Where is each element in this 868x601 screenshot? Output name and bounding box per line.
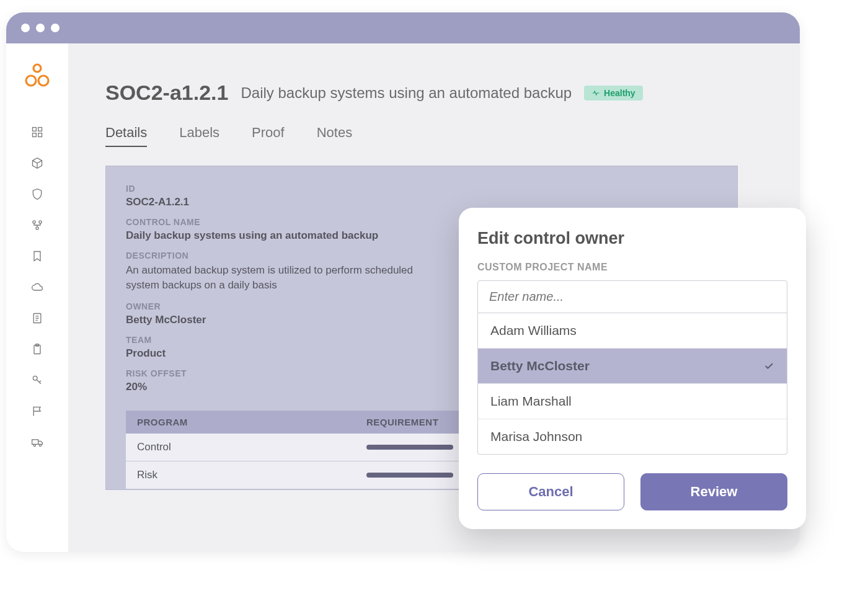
svg-point-0 xyxy=(33,65,41,72)
review-button[interactable]: Review xyxy=(640,473,787,510)
value-description: An automated backup system is utilized t… xyxy=(126,263,436,293)
svg-point-1 xyxy=(26,76,36,86)
svg-rect-6 xyxy=(38,133,42,137)
branch-icon[interactable] xyxy=(30,218,44,232)
svg-point-15 xyxy=(33,444,35,446)
svg-rect-4 xyxy=(38,128,42,131)
window-titlebar xyxy=(6,12,800,43)
package-icon[interactable] xyxy=(30,156,44,170)
td-program: Risk xyxy=(137,469,366,481)
status-text: Healthy xyxy=(604,88,636,98)
cancel-button[interactable]: Cancel xyxy=(477,473,624,510)
status-badge: Healthy xyxy=(584,86,643,100)
owner-option[interactable]: Marisa Johnson xyxy=(478,419,787,454)
window-dot[interactable] xyxy=(51,24,60,32)
option-label: Adam Williams xyxy=(490,323,577,338)
svg-point-9 xyxy=(36,227,38,229)
svg-point-2 xyxy=(38,76,48,86)
option-label: Marisa Johnson xyxy=(490,429,582,444)
flag-icon[interactable] xyxy=(30,404,44,418)
td-program: Control xyxy=(137,441,366,453)
tab-details[interactable]: Details xyxy=(105,125,147,147)
document-icon[interactable] xyxy=(30,311,44,325)
option-label: Betty McCloster xyxy=(490,358,590,373)
modal-title: Edit control owner xyxy=(477,229,787,248)
svg-point-16 xyxy=(39,444,41,446)
key-icon[interactable] xyxy=(30,373,44,387)
shield-icon[interactable] xyxy=(30,187,44,201)
svg-point-7 xyxy=(33,221,35,223)
bookmark-icon[interactable] xyxy=(30,249,44,263)
tab-labels[interactable]: Labels xyxy=(179,125,219,147)
tab-proof[interactable]: Proof xyxy=(252,125,285,147)
th-program: PROGRAM xyxy=(137,417,366,427)
owner-name-input[interactable] xyxy=(477,280,787,313)
app-logo-icon xyxy=(24,62,51,89)
svg-rect-14 xyxy=(32,440,38,445)
owner-option[interactable]: Adam Williams xyxy=(478,313,787,348)
owner-option[interactable]: Liam Marshall xyxy=(478,383,787,419)
tab-notes[interactable]: Notes xyxy=(317,125,352,147)
requirement-bar xyxy=(366,445,453,450)
clipboard-icon[interactable] xyxy=(30,342,44,356)
window-dot[interactable] xyxy=(36,24,45,32)
check-icon xyxy=(763,360,774,372)
tabs: Details Labels Proof Notes xyxy=(105,125,775,147)
sidebar xyxy=(6,43,68,552)
svg-rect-3 xyxy=(33,128,37,131)
label-id: ID xyxy=(126,184,717,194)
edit-owner-modal: Edit control owner CUSTOM PROJECT NAME A… xyxy=(459,208,806,529)
owner-options-list: Adam Williams Betty McCloster Liam Marsh… xyxy=(477,313,787,455)
owner-option[interactable]: Betty McCloster xyxy=(478,348,787,383)
option-label: Liam Marshall xyxy=(490,394,572,409)
control-code: SOC2-a1.2.1 xyxy=(105,81,228,105)
heart-pulse-icon xyxy=(591,89,600,97)
requirement-bar xyxy=(366,473,453,478)
svg-rect-5 xyxy=(33,133,37,137)
truck-icon[interactable] xyxy=(30,435,44,449)
control-title: Daily backup systems using an automated … xyxy=(241,84,572,102)
svg-point-13 xyxy=(33,376,37,380)
window-dot[interactable] xyxy=(21,24,30,32)
value-id: SOC2-A1.2.1 xyxy=(126,196,717,208)
svg-point-8 xyxy=(39,221,42,223)
cloud-icon[interactable] xyxy=(30,280,44,294)
dashboard-icon[interactable] xyxy=(30,125,44,139)
modal-field-label: CUSTOM PROJECT NAME xyxy=(477,262,787,273)
